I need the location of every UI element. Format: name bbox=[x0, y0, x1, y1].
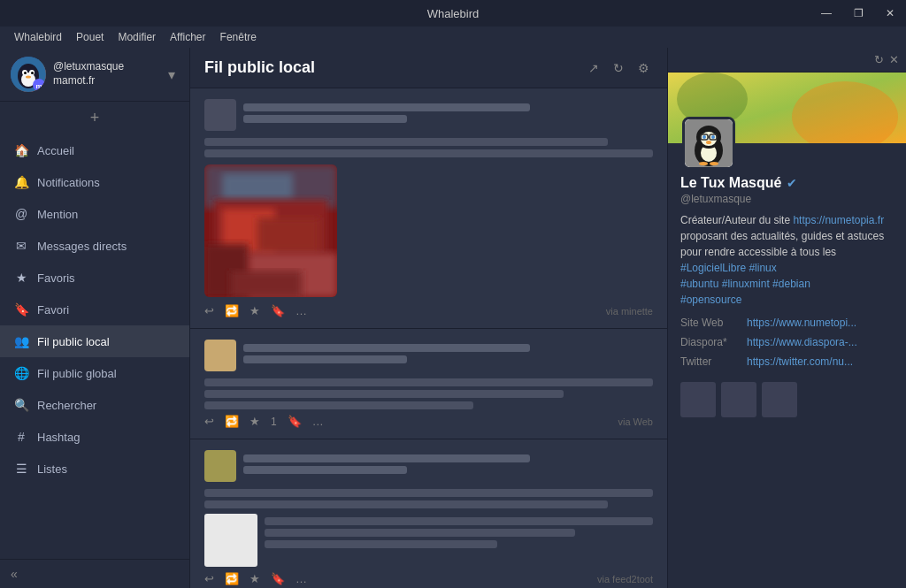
external-link-button[interactable]: ↗ bbox=[585, 59, 603, 77]
menu-pouet[interactable]: Pouet bbox=[69, 29, 111, 45]
collapse-sidebar-button[interactable]: « bbox=[11, 567, 18, 581]
sidebar-item-messages[interactable]: ✉ Messages directs bbox=[0, 230, 189, 262]
nav-label-mention: Mention bbox=[37, 208, 78, 221]
more-button[interactable]: … bbox=[312, 415, 324, 428]
more-button[interactable]: … bbox=[296, 572, 307, 585]
nav-label-messages: Messages directs bbox=[37, 240, 127, 253]
svg-point-7 bbox=[26, 76, 31, 79]
sidebar-item-listes[interactable]: ☰ Listes bbox=[0, 453, 189, 485]
svg-point-6 bbox=[31, 72, 34, 74]
hashtag-opensource[interactable]: #opensource bbox=[680, 294, 741, 306]
account-info[interactable]: m @letuxmasque mamot.fr bbox=[11, 57, 124, 92]
menu-fenetre[interactable]: Fenêtre bbox=[213, 29, 264, 45]
menu-bar: Whalebird Pouet Modifier Afficher Fenêtr… bbox=[0, 27, 906, 48]
profile-bio-link[interactable]: https://numetopia.fr bbox=[793, 214, 884, 226]
more-button[interactable]: … bbox=[296, 304, 307, 317]
globe-icon: 🌐 bbox=[14, 366, 28, 380]
profile-avatar bbox=[682, 117, 735, 170]
reply-button[interactable]: ↩ bbox=[204, 415, 214, 428]
add-account-button[interactable]: + bbox=[0, 102, 189, 134]
diaspora-link[interactable]: https://www.diaspora-... bbox=[747, 336, 857, 348]
hashtag-ubuntu[interactable]: #ubuntu bbox=[680, 278, 718, 290]
favorite-button[interactable]: ★ bbox=[250, 572, 260, 585]
svg-rect-15 bbox=[257, 218, 319, 253]
post-text-line2 bbox=[204, 500, 608, 508]
refresh-feed-button[interactable]: ↻ bbox=[610, 59, 627, 77]
sidebar-item-fil-public-local[interactable]: 👥 Fil public local bbox=[0, 325, 189, 357]
maximize-button[interactable]: ❐ bbox=[842, 0, 874, 27]
sidebar-nav: 🏠 Accueil 🔔 Notifications @ Mention ✉ Me… bbox=[0, 134, 189, 559]
sidebar-item-hashtag[interactable]: # Hashtag bbox=[0, 421, 189, 453]
app-body: m @letuxmasque mamot.fr ▾ + 🏠 Accueil 🔔 bbox=[0, 48, 906, 588]
app-title: Whalebird bbox=[427, 7, 480, 20]
account-name: @letuxmasque mamot.fr bbox=[53, 60, 124, 88]
sidebar-item-fil-public-global[interactable]: 🌐 Fil public global bbox=[0, 357, 189, 389]
favorite-button[interactable]: ★ bbox=[250, 415, 260, 428]
menu-whalebird[interactable]: Whalebird bbox=[7, 29, 69, 45]
post-header bbox=[204, 340, 653, 371]
sidebar-item-accueil[interactable]: 🏠 Accueil bbox=[0, 134, 189, 166]
hashtag-linux[interactable]: #linux bbox=[749, 262, 776, 274]
profile-display-name: Le Tux Masqué bbox=[680, 175, 781, 191]
post-actions: ↩ 🔁 ★ 🔖 … via feed2toot bbox=[204, 572, 653, 585]
minimize-button[interactable]: — bbox=[810, 0, 842, 27]
close-button[interactable]: ✕ bbox=[874, 0, 906, 27]
post-item: ↩ 🔁 ★ 🔖 … via feed2toot bbox=[190, 439, 667, 588]
post-handle-blur bbox=[243, 466, 407, 474]
profile-link-twitter: Twitter https://twitter.com/nu... bbox=[680, 355, 894, 368]
account-dropdown[interactable]: ▾ bbox=[165, 63, 179, 87]
bookmark-button[interactable]: 🔖 bbox=[271, 572, 285, 585]
nav-label-hashtag: Hashtag bbox=[37, 431, 80, 444]
feed-settings-button[interactable]: ⚙ bbox=[634, 59, 653, 77]
bookmark-button[interactable]: 🔖 bbox=[271, 304, 285, 317]
profile-links: Site Web https://www.numetopi... Diaspor… bbox=[680, 317, 894, 368]
sidebar-item-favori[interactable]: 🔖 Favori bbox=[0, 294, 189, 325]
svg-point-35 bbox=[710, 162, 718, 165]
boost-button[interactable]: 🔁 bbox=[225, 304, 239, 317]
bookmark-icon: 🔖 bbox=[14, 302, 28, 317]
svg-point-34 bbox=[699, 162, 708, 165]
sidebar-item-notifications[interactable]: 🔔 Notifications bbox=[0, 166, 189, 198]
sidebar-item-favoris[interactable]: ★ Favoris bbox=[0, 262, 189, 294]
feed-actions: ↗ ↻ ⚙ bbox=[585, 59, 653, 77]
svg-text:m: m bbox=[35, 82, 42, 90]
post-item: ↩ 🔁 ★ 🔖 … via minette bbox=[190, 88, 667, 329]
boost-button[interactable]: 🔁 bbox=[225, 572, 239, 585]
close-profile-button[interactable]: ✕ bbox=[889, 53, 899, 66]
site-web-link[interactable]: https://www.numetopi... bbox=[747, 317, 856, 329]
home-icon: 🏠 bbox=[14, 143, 28, 157]
sidebar-header: m @letuxmasque mamot.fr ▾ bbox=[0, 48, 189, 102]
profile-banner bbox=[668, 73, 906, 143]
post-item: ↩ 🔁 ★ 1 🔖 … via Web bbox=[190, 329, 667, 439]
sidebar-footer: « bbox=[0, 559, 189, 588]
twitter-link[interactable]: https://twitter.com/nu... bbox=[747, 355, 853, 368]
post-meta bbox=[243, 344, 653, 367]
favorite-button[interactable]: ★ bbox=[250, 304, 260, 317]
site-web-label: Site Web bbox=[680, 317, 738, 329]
refresh-profile-button[interactable]: ↻ bbox=[874, 53, 884, 66]
svg-point-31 bbox=[703, 135, 706, 139]
hashtag-linuxmint[interactable]: #linuxmint bbox=[722, 278, 770, 290]
post-thumbnail[interactable] bbox=[204, 514, 257, 567]
reply-button[interactable]: ↩ bbox=[204, 572, 214, 585]
hashtag-logiciel-libre[interactable]: #LogicielLibre bbox=[680, 262, 746, 274]
sidebar-item-rechercher[interactable]: 🔍 Rechercher bbox=[0, 389, 189, 421]
menu-afficher[interactable]: Afficher bbox=[163, 29, 212, 45]
post-handle-blur bbox=[243, 115, 407, 123]
reply-button[interactable]: ↩ bbox=[204, 304, 214, 317]
profile-handle: @letuxmasque bbox=[680, 193, 894, 205]
nav-label-favoris: Favoris bbox=[37, 271, 75, 285]
post-avatar bbox=[204, 450, 236, 482]
profile-bio: Créateur/Auteur du site https://numetopi… bbox=[680, 212, 894, 308]
nav-label-accueil: Accueil bbox=[37, 144, 74, 157]
post-image[interactable] bbox=[204, 164, 337, 297]
post-meta bbox=[243, 103, 653, 126]
post-text-line2 bbox=[204, 149, 653, 157]
hashtag-debian[interactable]: #debian bbox=[772, 278, 810, 290]
menu-modifier[interactable]: Modifier bbox=[111, 29, 163, 45]
nav-label-fil-local: Fil public local bbox=[37, 335, 110, 348]
boost-button[interactable]: 🔁 bbox=[225, 415, 239, 428]
nav-label-rechercher: Rechercher bbox=[37, 399, 96, 412]
bookmark-button[interactable]: 🔖 bbox=[288, 415, 302, 428]
sidebar-item-mention[interactable]: @ Mention bbox=[0, 198, 189, 230]
